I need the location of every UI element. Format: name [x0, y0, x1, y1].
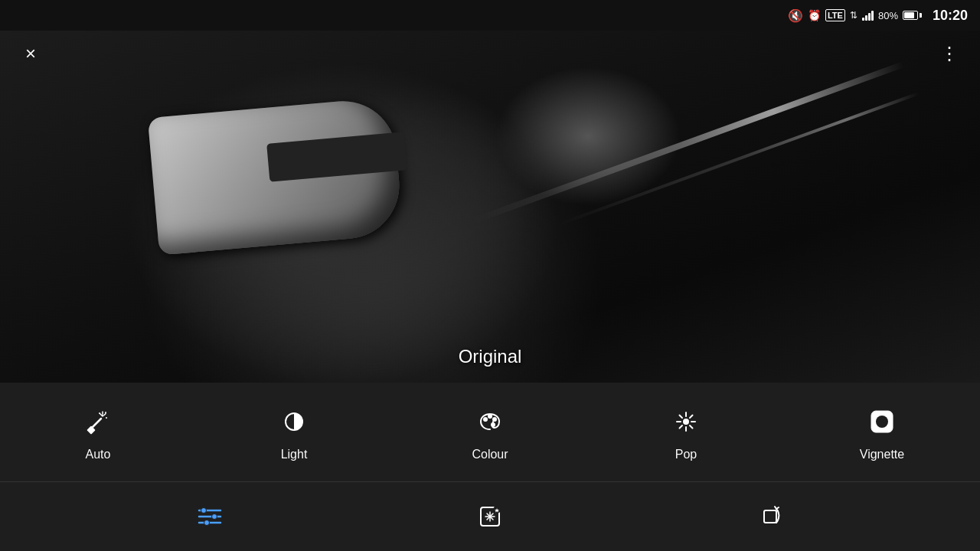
edit-option-auto[interactable]: Auto	[0, 403, 196, 461]
svg-line-20	[680, 415, 683, 418]
photo-preview: Original	[0, 31, 980, 383]
edit-option-colour[interactable]: Colour	[392, 403, 588, 461]
svg-point-15	[683, 419, 689, 425]
alarm-icon: ⏰	[808, 9, 821, 21]
action-bar	[0, 482, 980, 551]
edit-option-pop[interactable]: Pop	[588, 403, 784, 461]
pop-label: Pop	[675, 448, 697, 461]
svg-line-21	[690, 425, 693, 429]
svg-point-4	[106, 417, 107, 419]
light-label: Light	[281, 448, 308, 461]
edit-option-light[interactable]: Light	[196, 403, 392, 461]
vignette-label: Vignette	[860, 448, 904, 461]
auto-icon	[80, 403, 116, 440]
effects-icon	[476, 503, 504, 530]
original-label: Original	[459, 346, 522, 367]
colour-icon	[472, 403, 508, 440]
vignette-icon	[864, 403, 900, 440]
status-time: 10:20	[933, 8, 968, 24]
signal-bars	[862, 10, 874, 21]
adjust-icon	[196, 503, 224, 530]
svg-point-32	[204, 520, 210, 526]
edit-option-vignette[interactable]: Vignette	[784, 403, 980, 461]
svg-point-25	[876, 416, 888, 428]
svg-line-23	[680, 425, 683, 429]
svg-point-30	[201, 508, 207, 514]
battery-percent: 80%	[878, 10, 898, 21]
edit-options-row: Auto Light	[0, 383, 980, 482]
effects-button[interactable]	[420, 503, 560, 530]
svg-point-3	[105, 412, 106, 413]
bottom-toolbar: Auto Light	[0, 383, 980, 551]
data-transfer-icon: ⇅	[850, 10, 858, 21]
lte-badge: LTE	[825, 9, 845, 21]
svg-point-31	[212, 514, 217, 520]
crop-rotate-icon	[756, 503, 784, 530]
auto-label: Auto	[86, 448, 111, 461]
colour-label: Colour	[472, 448, 508, 461]
close-button[interactable]: ×	[15, 38, 46, 69]
crop-rotate-button[interactable]	[700, 503, 840, 530]
svg-rect-40	[764, 510, 776, 523]
mute-icon: 🔇	[788, 8, 803, 23]
svg-rect-1	[87, 425, 95, 434]
more-options-button[interactable]: ⋮	[934, 38, 965, 69]
adjust-button[interactable]	[140, 503, 280, 530]
light-icon	[276, 403, 312, 440]
pop-icon	[668, 403, 704, 440]
status-bar: 🔇 ⏰ LTE ⇅ 80% 10:20	[0, 0, 980, 31]
svg-line-22	[690, 415, 693, 418]
battery-icon	[903, 11, 922, 20]
svg-point-11	[483, 417, 488, 422]
svg-line-7	[100, 413, 102, 415]
svg-line-8	[104, 413, 106, 415]
